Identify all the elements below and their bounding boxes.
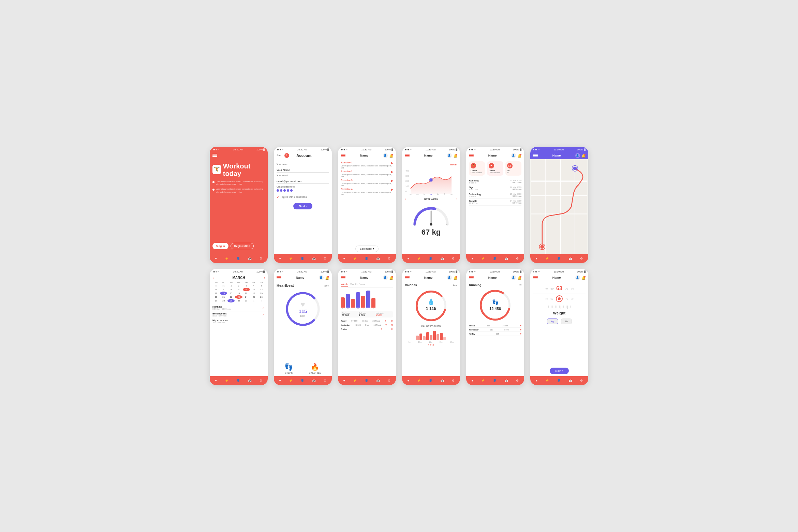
person-nav-12[interactable]: 👤 [557,379,561,382]
avatar-3[interactable]: 👤 [383,153,388,158]
cal-day-7[interactable]: 7 [220,288,227,291]
tab-month[interactable]: Month [350,283,357,287]
cal-day-31b[interactable]: 31 [243,299,250,302]
person-nav-7[interactable]: 👤 [236,379,240,382]
calendar-icon-nav-2[interactable]: 📅 [312,257,316,260]
tab-year[interactable]: Year [359,283,365,287]
next-button-weight[interactable]: Next › [550,368,568,374]
calendar-nav-5[interactable]: 📅 [504,257,508,260]
cal-day-5[interactable]: 5 [258,284,265,287]
dumbbell-nav-12[interactable]: ⚡ [545,379,549,382]
cal-day-21[interactable]: 21 [220,295,227,299]
dumbbell-nav-6[interactable]: ⚡ [545,257,549,260]
cal-day-31[interactable]: 31 [220,284,227,287]
cal-day-17[interactable]: 17 [243,292,250,295]
cal-day-30[interactable]: 30 [212,284,220,287]
heart-nav-6[interactable]: ♥ [536,257,537,260]
calendar-nav-11[interactable]: 📅 [504,379,508,382]
settings-icon-nav-2[interactable]: ⚙ [324,257,326,260]
heart-nav-8[interactable]: ♥ [279,379,281,382]
avatar-12[interactable]: 👤 [575,275,580,280]
person-nav-9[interactable]: 👤 [365,379,368,382]
cal-day-28[interactable]: 28 [220,299,227,302]
signin-button[interactable]: Sing in [212,243,228,249]
cal-day-22[interactable]: 22 [227,295,235,299]
cal-day-4[interactable]: 4 [250,284,257,287]
registration-button[interactable]: Registration [231,243,254,249]
person-nav-5[interactable]: 👤 [493,257,497,260]
cal-day-10[interactable]: 10 [243,288,250,291]
next-button-account[interactable]: Next › [293,203,312,209]
kg-button[interactable]: kg [547,319,558,324]
person-nav-4[interactable]: 👤 [429,257,432,260]
avatar-11[interactable]: 👤 [511,275,516,280]
cal-day-6[interactable]: 6 [212,288,220,291]
calendar-nav-7[interactable]: 📅 [248,379,252,382]
cal-day-30b[interactable]: 30 [235,299,242,302]
calendar-icon-nav[interactable]: 📅 [248,257,252,260]
cal-day-14[interactable]: 14 [220,292,227,295]
play-icon-1[interactable]: ▶ [391,161,393,165]
menu-icon-12[interactable] [533,276,538,279]
avatar-6[interactable]: 👤 [575,153,580,158]
cal-day-16[interactable]: 16 [235,292,242,295]
menu-icon-3[interactable] [341,154,345,157]
check-icon[interactable]: ✓ [277,195,279,199]
settings-nav-11[interactable]: ⚙ [516,379,519,382]
cal-day-19[interactable]: 19 [258,292,265,295]
heart-nav-4[interactable]: ♥ [408,257,409,260]
dumbbell-nav-11[interactable]: ⚡ [481,379,485,382]
person-icon-nav-2[interactable]: 👤 [300,257,304,260]
heart-nav-7[interactable]: ♥ [215,379,217,382]
lb-button[interactable]: lb [561,319,572,324]
settings-nav-7[interactable]: ⚙ [260,379,262,382]
cal-day-27[interactable]: 27 [212,299,220,302]
calendar-nav-12[interactable]: 📅 [568,379,572,382]
menu-icon-11[interactable] [469,276,474,279]
calendar-nav-9[interactable]: 📅 [376,379,380,382]
cal-day-25[interactable]: 25 [250,295,257,299]
heart-icon-nav[interactable]: ♥ [215,257,217,260]
name-input[interactable] [277,168,329,173]
avatar-4[interactable]: 👤 [447,153,452,158]
person-nav-8[interactable]: 👤 [300,379,304,382]
play-icon-2[interactable]: ▶ [391,170,393,174]
calendar-nav-10[interactable]: 📅 [440,379,444,382]
person-nav-3[interactable]: 👤 [365,257,368,260]
settings-nav-5[interactable]: ⚙ [516,257,519,260]
avatar-9[interactable]: 👤 [383,275,388,280]
dumbbell-nav-8[interactable]: ⚡ [289,379,293,382]
heart-nav-9[interactable]: ♥ [343,379,345,382]
calendar-nav-8[interactable]: 📅 [312,379,316,382]
cal-day-15[interactable]: 15 [227,292,235,295]
cal-day-9[interactable]: 9 [235,288,242,291]
cal-day-2[interactable]: 2 [235,284,242,287]
calendar-nav-3[interactable]: 📅 [376,257,380,260]
prev-month-btn[interactable]: ‹ [212,276,213,280]
cal-day-8[interactable]: 8 [227,288,235,291]
cal-day-26[interactable]: 26 [258,295,265,299]
cal-day-2g[interactable]: 2 [258,299,265,302]
dumbbell-icon-nav-2[interactable]: ⚡ [289,257,293,260]
settings-nav-4[interactable]: ⚙ [452,257,455,260]
dumbbell-nav-4[interactable]: ⚡ [417,257,421,260]
cal-day-24[interactable]: 24 [243,295,250,299]
cal-day-23[interactable]: 23 [235,295,242,299]
settings-nav-9[interactable]: ⚙ [388,379,390,382]
cal-day-29[interactable]: 29 [227,299,235,302]
dumbbell-nav-3[interactable]: ⚡ [353,257,357,260]
menu-icon-9[interactable] [341,276,345,279]
cal-day-12[interactable]: 12 [258,288,265,291]
dumbbell-icon-nav[interactable]: ⚡ [225,257,228,260]
calendar-nav-6[interactable]: 📅 [568,257,572,260]
dumbbell-nav-5[interactable]: ⚡ [481,257,485,260]
next-month-btn[interactable]: › [264,276,265,280]
cal-day-11[interactable]: 11 [250,288,257,291]
person-nav-11[interactable]: 👤 [493,379,497,382]
cal-day-20[interactable]: 20 [212,295,220,299]
calendar-nav-4[interactable]: 📅 [440,257,444,260]
heart-nav-3[interactable]: ♥ [343,257,345,260]
avatar-10[interactable]: 👤 [447,275,452,280]
play-icon-3[interactable]: ▶ [391,179,393,182]
menu-icon-10[interactable] [405,276,410,279]
